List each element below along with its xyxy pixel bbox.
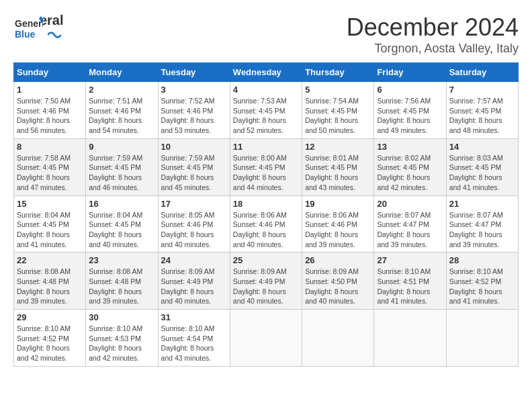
calendar-cell: 10Sunrise: 7:59 AM Sunset: 4:45 PM Dayli…	[158, 138, 230, 195]
day-number: 1	[17, 85, 83, 95]
calendar-cell: 4Sunrise: 7:53 AM Sunset: 4:45 PM Daylig…	[230, 82, 302, 139]
logo-icon: General Blue	[13, 13, 43, 43]
calendar-table: SundayMondayTuesdayWednesdayThursdayFrid…	[13, 62, 519, 367]
calendar-cell: 26Sunrise: 8:09 AM Sunset: 4:50 PM Dayli…	[302, 253, 374, 310]
day-info: Sunrise: 8:08 AM Sunset: 4:48 PM Dayligh…	[89, 267, 154, 306]
calendar-cell: 21Sunrise: 8:07 AM Sunset: 4:47 PM Dayli…	[446, 195, 518, 253]
svg-text:Blue: Blue	[15, 29, 36, 40]
calendar-cell: 29Sunrise: 8:10 AM Sunset: 4:52 PM Dayli…	[14, 310, 86, 367]
calendar-cell: 6Sunrise: 7:56 AM Sunset: 4:45 PM Daylig…	[374, 82, 446, 139]
day-number: 8	[17, 142, 83, 152]
calendar-week-row: 15Sunrise: 8:04 AM Sunset: 4:45 PM Dayli…	[14, 195, 519, 253]
day-number: 16	[89, 199, 154, 209]
calendar-cell: 24Sunrise: 8:09 AM Sunset: 4:49 PM Dayli…	[158, 253, 230, 310]
calendar-cell: 9Sunrise: 7:59 AM Sunset: 4:45 PM Daylig…	[86, 138, 158, 195]
day-number: 18	[233, 199, 299, 209]
logo: General Blue General Blue	[13, 13, 63, 40]
calendar-cell: 20Sunrise: 8:07 AM Sunset: 4:47 PM Dayli…	[374, 195, 446, 253]
day-number: 13	[377, 142, 443, 152]
calendar-cell: 5Sunrise: 7:54 AM Sunset: 4:45 PM Daylig…	[302, 82, 374, 139]
calendar-cell: 1Sunrise: 7:50 AM Sunset: 4:46 PM Daylig…	[14, 82, 86, 139]
day-info: Sunrise: 8:09 AM Sunset: 4:49 PM Dayligh…	[233, 267, 299, 306]
weekday-header-tuesday: Tuesday	[158, 63, 230, 82]
day-number: 29	[17, 312, 83, 322]
day-number: 25	[233, 255, 299, 265]
calendar-cell: 17Sunrise: 8:05 AM Sunset: 4:46 PM Dayli…	[158, 195, 230, 253]
calendar-cell	[446, 310, 518, 367]
day-info: Sunrise: 8:08 AM Sunset: 4:48 PM Dayligh…	[17, 267, 83, 306]
calendar-cell	[230, 310, 302, 367]
day-number: 30	[89, 312, 154, 322]
day-info: Sunrise: 8:05 AM Sunset: 4:46 PM Dayligh…	[161, 210, 227, 250]
day-number: 6	[377, 85, 443, 95]
calendar-cell: 31Sunrise: 8:10 AM Sunset: 4:54 PM Dayli…	[158, 310, 230, 367]
day-number: 28	[449, 255, 515, 265]
day-info: Sunrise: 8:03 AM Sunset: 4:45 PM Dayligh…	[449, 153, 515, 193]
day-info: Sunrise: 8:10 AM Sunset: 4:52 PM Dayligh…	[17, 324, 83, 363]
calendar-cell: 15Sunrise: 8:04 AM Sunset: 4:45 PM Dayli…	[14, 195, 86, 253]
calendar-cell: 25Sunrise: 8:09 AM Sunset: 4:49 PM Dayli…	[230, 253, 302, 310]
day-number: 15	[17, 199, 83, 209]
day-number: 4	[233, 85, 299, 95]
weekday-header-sunday: Sunday	[14, 63, 86, 82]
day-number: 2	[89, 85, 154, 95]
calendar-cell: 7Sunrise: 7:57 AM Sunset: 4:45 PM Daylig…	[446, 82, 518, 139]
logo-wave-icon	[48, 30, 61, 40]
day-info: Sunrise: 8:01 AM Sunset: 4:45 PM Dayligh…	[305, 153, 371, 193]
day-info: Sunrise: 7:52 AM Sunset: 4:46 PM Dayligh…	[161, 96, 227, 136]
calendar-cell: 8Sunrise: 7:58 AM Sunset: 4:45 PM Daylig…	[14, 138, 86, 195]
day-info: Sunrise: 7:58 AM Sunset: 4:45 PM Dayligh…	[17, 153, 83, 193]
day-number: 9	[89, 142, 154, 152]
calendar-week-row: 29Sunrise: 8:10 AM Sunset: 4:52 PM Dayli…	[14, 310, 519, 367]
day-number: 20	[377, 199, 443, 209]
day-info: Sunrise: 8:04 AM Sunset: 4:45 PM Dayligh…	[17, 210, 83, 250]
calendar-week-row: 22Sunrise: 8:08 AM Sunset: 4:48 PM Dayli…	[14, 253, 519, 310]
day-info: Sunrise: 8:00 AM Sunset: 4:45 PM Dayligh…	[233, 153, 299, 193]
day-info: Sunrise: 7:51 AM Sunset: 4:46 PM Dayligh…	[89, 96, 154, 136]
day-number: 21	[449, 199, 515, 209]
calendar-cell	[302, 310, 374, 367]
day-number: 14	[449, 142, 515, 152]
weekday-header-friday: Friday	[374, 63, 446, 82]
weekday-header-wednesday: Wednesday	[230, 63, 302, 82]
day-number: 27	[377, 255, 443, 265]
day-info: Sunrise: 7:53 AM Sunset: 4:45 PM Dayligh…	[233, 96, 299, 136]
day-info: Sunrise: 8:09 AM Sunset: 4:50 PM Dayligh…	[305, 267, 371, 306]
calendar-cell: 18Sunrise: 8:06 AM Sunset: 4:46 PM Dayli…	[230, 195, 302, 253]
calendar-cell: 28Sunrise: 8:10 AM Sunset: 4:52 PM Dayli…	[446, 253, 518, 310]
day-number: 11	[233, 142, 299, 152]
day-info: Sunrise: 7:50 AM Sunset: 4:46 PM Dayligh…	[17, 96, 83, 136]
calendar-cell: 27Sunrise: 8:10 AM Sunset: 4:51 PM Dayli…	[374, 253, 446, 310]
calendar-week-row: 1Sunrise: 7:50 AM Sunset: 4:46 PM Daylig…	[14, 82, 519, 139]
weekday-header-row: SundayMondayTuesdayWednesdayThursdayFrid…	[14, 63, 519, 82]
title-block: December 2024 Torgnon, Aosta Valley, Ita…	[347, 13, 519, 56]
day-number: 26	[305, 255, 371, 265]
day-info: Sunrise: 7:54 AM Sunset: 4:45 PM Dayligh…	[305, 96, 371, 136]
day-number: 22	[17, 255, 83, 265]
calendar-cell: 13Sunrise: 8:02 AM Sunset: 4:45 PM Dayli…	[374, 138, 446, 195]
day-number: 5	[305, 85, 371, 95]
page-header: General Blue General Blue December 2024 …	[13, 13, 519, 56]
calendar-week-row: 8Sunrise: 7:58 AM Sunset: 4:45 PM Daylig…	[14, 138, 519, 195]
day-info: Sunrise: 8:02 AM Sunset: 4:45 PM Dayligh…	[377, 153, 443, 193]
day-info: Sunrise: 8:06 AM Sunset: 4:46 PM Dayligh…	[305, 210, 371, 250]
calendar-cell: 3Sunrise: 7:52 AM Sunset: 4:46 PM Daylig…	[158, 82, 230, 139]
day-info: Sunrise: 7:56 AM Sunset: 4:45 PM Dayligh…	[377, 96, 443, 136]
day-number: 23	[89, 255, 154, 265]
day-info: Sunrise: 8:10 AM Sunset: 4:52 PM Dayligh…	[449, 267, 515, 306]
day-info: Sunrise: 8:06 AM Sunset: 4:46 PM Dayligh…	[233, 210, 299, 250]
day-info: Sunrise: 8:07 AM Sunset: 4:47 PM Dayligh…	[449, 210, 515, 250]
calendar-cell: 12Sunrise: 8:01 AM Sunset: 4:45 PM Dayli…	[302, 138, 374, 195]
day-info: Sunrise: 8:04 AM Sunset: 4:45 PM Dayligh…	[89, 210, 154, 250]
day-number: 7	[449, 85, 515, 95]
weekday-header-saturday: Saturday	[446, 63, 518, 82]
weekday-header-monday: Monday	[86, 63, 158, 82]
calendar-cell	[374, 310, 446, 367]
day-number: 19	[305, 199, 371, 209]
calendar-cell: 11Sunrise: 8:00 AM Sunset: 4:45 PM Dayli…	[230, 138, 302, 195]
calendar-cell: 16Sunrise: 8:04 AM Sunset: 4:45 PM Dayli…	[86, 195, 158, 253]
day-info: Sunrise: 8:07 AM Sunset: 4:47 PM Dayligh…	[377, 210, 443, 250]
calendar-cell: 23Sunrise: 8:08 AM Sunset: 4:48 PM Dayli…	[86, 253, 158, 310]
weekday-header-thursday: Thursday	[302, 63, 374, 82]
day-info: Sunrise: 7:57 AM Sunset: 4:45 PM Dayligh…	[449, 96, 515, 136]
